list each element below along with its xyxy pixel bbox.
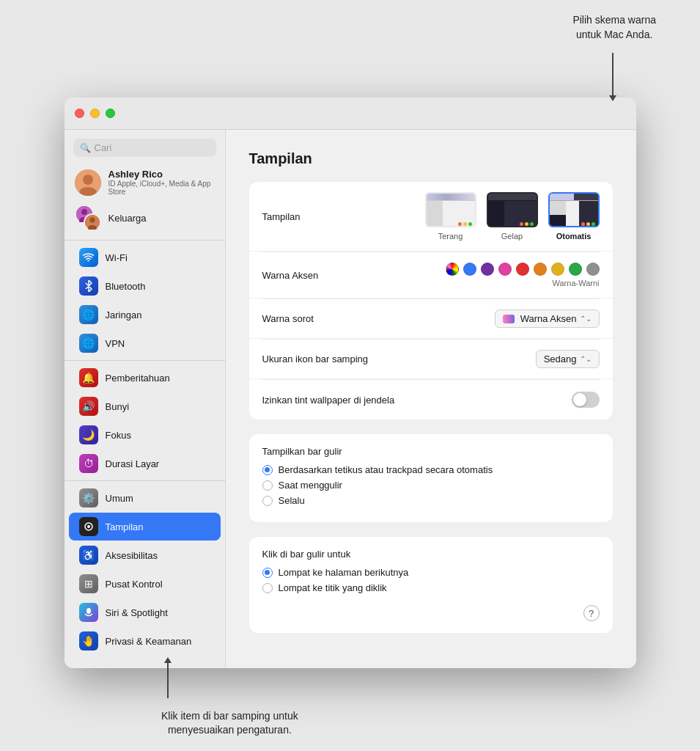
sidebar-icon-size-row: Ukuran ikon bar samping Sedang ⌃⌄: [249, 340, 613, 379]
scrollbar-option-always[interactable]: Selalu: [262, 495, 600, 506]
sidebar-item-general[interactable]: ⚙️ Umum: [69, 484, 221, 512]
sidebar-item-wifi-label: Wi-Fi: [106, 252, 128, 263]
sidebar-item-bluetooth-label: Bluetooth: [106, 281, 146, 292]
user-subtitle: ID Apple, iCloud+, Media & App Store: [108, 180, 215, 196]
sidebar-icon-size-control: Sedang ⌃⌄: [409, 350, 600, 368]
accent-color-row: Warna Aksen: [249, 252, 613, 298]
highlight-color-row: Warna sorot Warna Aksen ⌃⌄: [249, 299, 613, 339]
sidebar-item-screen-time[interactable]: ⏱ Durasi Layar: [69, 450, 221, 477]
sidebar-item-vpn-label: VPN: [106, 338, 125, 349]
family-label: Keluarga: [108, 213, 147, 224]
swatch-graphite[interactable]: [586, 263, 600, 276]
sidebar-icon-size-chevron: ⌃⌄: [580, 355, 592, 363]
sidebar-item-focus[interactable]: 🌙 Fokus: [69, 421, 221, 449]
swatch-green[interactable]: [569, 263, 582, 276]
appearance-row-label: Tampilan: [262, 211, 409, 222]
user-section[interactable]: Ashley Rico ID Apple, iCloud+, Media & A…: [65, 164, 225, 200]
focus-icon: 🌙: [79, 425, 98, 444]
swatch-orange[interactable]: [534, 263, 547, 276]
appearance-light-thumbnail: [425, 192, 476, 227]
scrollbar-always-label: Selalu: [279, 495, 305, 506]
sidebar-item-sound[interactable]: 🔊 Bunyi: [69, 392, 221, 420]
swatch-yellow[interactable]: [551, 263, 564, 276]
control-center-icon: ⊞: [79, 574, 98, 593]
sidebar-item-accessibility[interactable]: ♿ Aksesibilitas: [69, 541, 221, 569]
svg-point-7: [89, 218, 95, 223]
user-name: Ashley Rico: [108, 169, 215, 180]
scrollbar-section-title: Tampilkan bar gulir: [262, 446, 600, 457]
sidebar-item-bluetooth[interactable]: Bluetooth: [69, 272, 221, 300]
swatch-pink[interactable]: [498, 263, 512, 276]
highlight-color-dropdown[interactable]: Warna Aksen ⌃⌄: [495, 309, 600, 328]
wallpaper-tint-toggle[interactable]: [572, 392, 600, 408]
sidebar-item-sound-label: Bunyi: [106, 401, 130, 412]
sidebar-item-appearance[interactable]: Tampilan: [69, 513, 221, 541]
family-section[interactable]: Keluarga: [65, 200, 225, 235]
sidebar-item-network[interactable]: 🌐 Jaringan: [69, 301, 221, 329]
sidebar-item-notifications-label: Pemberitahuan: [106, 373, 170, 384]
appearance-light-option[interactable]: Terang: [425, 192, 476, 241]
highlight-color-label: Warna sorot: [262, 313, 409, 324]
sidebar-item-wifi[interactable]: Wi-Fi: [69, 243, 221, 271]
click-spot-label: Lompat ke titik yang diklik: [279, 582, 387, 593]
swatch-purple[interactable]: [481, 263, 494, 276]
notifications-icon: 🔔: [79, 368, 98, 387]
appearance-auto-thumbnail: [548, 192, 600, 227]
appearance-row: Tampilan: [249, 182, 613, 252]
swatch-blue[interactable]: [463, 263, 476, 276]
sidebar-divider: [65, 240, 225, 241]
sidebar-item-control-center[interactable]: ⊞ Pusat Kontrol: [69, 570, 221, 598]
click-option-next-page[interactable]: Lompat ke halaman berikutnya: [262, 567, 600, 578]
sidebar-item-vpn[interactable]: 🌐 VPN: [69, 329, 221, 357]
help-button[interactable]: ?: [583, 605, 600, 621]
accent-color-control: Warna-Warni: [409, 263, 600, 287]
radio-scrollbar-auto[interactable]: [262, 465, 273, 475]
sidebar-item-siri-label: Siri & Spotlight: [106, 607, 168, 618]
appearance-auto-label: Otomatis: [556, 232, 592, 241]
radio-click-next-page[interactable]: [262, 568, 273, 578]
avatar: [75, 169, 101, 196]
scrollbar-option-scrolling[interactable]: Saat menggulir: [262, 480, 600, 491]
swatch-red[interactable]: [516, 263, 529, 276]
arrow-top-indicator: [612, 53, 614, 97]
radio-click-spot[interactable]: [262, 583, 273, 593]
search-placeholder: Cari: [95, 142, 112, 153]
sidebar-icon-size-dropdown[interactable]: Sedang ⌃⌄: [536, 350, 600, 368]
sidebar-item-network-label: Jaringan: [106, 309, 142, 320]
appearance-icon: [79, 517, 98, 536]
color-swatches: [446, 263, 600, 276]
page-title: Tampilan: [249, 150, 613, 167]
appearance-dark-thumbnail: [487, 192, 538, 227]
wallpaper-tint-row: Izinkan tint wallpaper di jendela: [249, 380, 613, 420]
sidebar-item-accessibility-label: Aksesibilitas: [106, 550, 158, 561]
click-option-click-spot[interactable]: Lompat ke titik yang diklik: [262, 582, 600, 593]
screen-time-icon: ⏱: [79, 454, 98, 473]
radio-scrollbar-always[interactable]: [262, 496, 273, 506]
general-icon: ⚙️: [79, 488, 98, 508]
user-info: Ashley Rico ID Apple, iCloud+, Media & A…: [108, 169, 215, 196]
svg-point-4: [81, 209, 87, 215]
close-button[interactable]: [75, 109, 84, 118]
appearance-auto-option[interactable]: Otomatis: [548, 192, 600, 241]
wallpaper-tint-label: Izinkan tint wallpaper di jendela: [262, 395, 409, 406]
sidebar-icon-size-label: Ukuran ikon bar samping: [262, 353, 409, 364]
highlight-color-preview: [503, 315, 515, 323]
traffic-lights: [75, 109, 115, 118]
sidebar-item-screen-time-label: Durasi Layar: [106, 458, 160, 469]
siri-icon: [79, 603, 98, 622]
minimize-button[interactable]: [90, 109, 100, 118]
maximize-button[interactable]: [106, 109, 115, 118]
scrollbar-option-auto[interactable]: Berdasarkan tetikus atau trackpad secara…: [262, 464, 600, 475]
swatch-multicolor[interactable]: [446, 263, 459, 276]
sidebar-item-siri[interactable]: Siri & Spotlight: [69, 598, 221, 626]
appearance-options-container: Terang: [409, 192, 600, 241]
sidebar-item-notifications[interactable]: 🔔 Pemberitahuan: [69, 364, 221, 392]
radio-scrollbar-scrolling[interactable]: [262, 480, 273, 491]
titlebar: [65, 98, 636, 130]
svg-point-1: [83, 175, 93, 185]
accent-colors-container: Warna-Warni: [446, 263, 600, 287]
appearance-dark-option[interactable]: Gelap: [487, 192, 538, 241]
svg-point-10: [87, 525, 90, 528]
sidebar-item-privacy[interactable]: 🤚 Privasi & Keamanan: [69, 627, 221, 655]
search-bar[interactable]: 🔍 Cari: [73, 139, 216, 157]
